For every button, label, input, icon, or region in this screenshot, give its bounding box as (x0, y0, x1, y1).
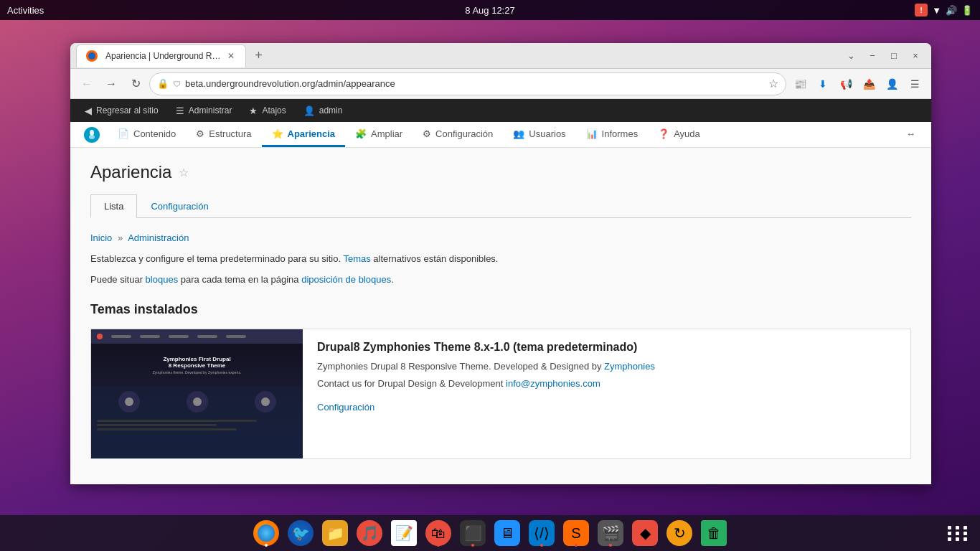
svg-point-1 (88, 52, 95, 60)
theme-config-link[interactable]: Configuración (317, 402, 374, 413)
browser-toolbar: ← → ↻ 🔒 🛡 ☆ 📰 ⬇ 📢 📤 👤 ☰ (70, 69, 931, 99)
share-button[interactable]: 📤 (858, 73, 880, 95)
shotcut-icon: 🎬 (598, 520, 623, 546)
taskbar-shotcut[interactable]: 🎬 (595, 518, 626, 548)
nav-collapse-button[interactable]: ↔ (896, 128, 925, 141)
tab-configuracion[interactable]: Configuración (137, 194, 222, 218)
nav-right-controls: ↔ (896, 122, 925, 147)
taskbar-trash[interactable]: 🗑 (699, 518, 729, 548)
bloques-link[interactable]: bloques (146, 274, 179, 285)
email-link[interactable]: info@zymphonies.com (506, 378, 600, 389)
taskbar-thunderbird[interactable]: 🐦 (286, 518, 316, 548)
show-apps-button[interactable] (946, 520, 971, 546)
taskbar-terminal[interactable]: ⬛ (458, 518, 488, 548)
nav-ayuda[interactable]: ❓ Ayuda (648, 122, 710, 147)
browser-tab-active[interactable]: Apariencia | Underground R… ✕ (76, 44, 246, 67)
address-bar-container[interactable]: 🔒 🛡 ☆ (149, 72, 786, 95)
tab-list-button[interactable]: ⌄ (841, 46, 861, 66)
nav-apariencia[interactable]: ⭐ Apariencia (262, 122, 345, 147)
taskbar-update[interactable]: ↻ (664, 518, 694, 548)
shortcuts-star-icon: ★ (249, 105, 258, 116)
menu-button[interactable]: ☰ (904, 73, 925, 95)
pocket-button[interactable]: 📰 (789, 73, 811, 95)
mock-link-1 (111, 335, 131, 338)
theme-card: Zymphonies First Drupal8 Responsive Them… (90, 329, 911, 459)
zymphonies-link[interactable]: Zymphonies (604, 361, 655, 372)
mock-link-4 (197, 335, 217, 338)
virtualbox-icon: 🖥 (494, 520, 520, 546)
rhythmbox-icon: 🎵 (357, 520, 382, 546)
megaphone-button[interactable]: 📢 (835, 73, 857, 95)
thunderbird-icon: 🐦 (288, 520, 314, 546)
page-title: Apariencia (90, 162, 171, 182)
themes-section-title: Temas instalados (90, 302, 911, 317)
breadcrumb-admin[interactable]: Administración (128, 232, 189, 243)
reload-button[interactable]: ↻ (125, 73, 146, 95)
maximize-button[interactable]: □ (884, 46, 904, 66)
mock-link-3 (169, 335, 189, 338)
back-arrow-icon: ◀ (85, 105, 92, 116)
description-1: Establezca y configure el tema predeterm… (90, 252, 911, 267)
nav-estructura[interactable]: ⚙ Estructura (186, 122, 261, 147)
page-bookmark-icon[interactable]: ☆ (179, 166, 189, 179)
notification-icon[interactable]: ! (915, 4, 928, 17)
nav-contenido[interactable]: 📄 Contenido (108, 122, 186, 147)
temas-link[interactable]: Temas (343, 253, 370, 264)
taskbar-virtualbox[interactable]: 🖥 (492, 518, 522, 548)
minimize-button[interactable]: − (862, 46, 882, 66)
admin-manage[interactable]: ☰ Administrar (167, 99, 241, 122)
nav-informes[interactable]: 📊 Informes (576, 122, 649, 147)
theme-name: Drupal8 Zymphonies Theme 8.x-1.0 (tema p… (317, 341, 899, 354)
breadcrumb-inicio[interactable]: Inicio (90, 232, 112, 243)
nav-usuarios[interactable]: 👥 Usuarios (503, 122, 575, 147)
forward-button[interactable]: → (100, 73, 122, 95)
close-button[interactable]: × (905, 46, 925, 66)
bookmark-star-icon[interactable]: ☆ (768, 77, 778, 90)
address-bar[interactable] (185, 78, 764, 89)
back-button[interactable]: ← (76, 73, 98, 95)
taskbar-sublime[interactable]: S (561, 518, 591, 548)
tab-close-button[interactable]: ✕ (225, 50, 237, 62)
tab-favicon (85, 50, 98, 62)
informes-icon: 📊 (586, 128, 598, 139)
mock-link-2 (140, 335, 160, 338)
mock-card-3 (255, 391, 276, 413)
taskbar-firefox[interactable] (251, 518, 281, 548)
contenido-icon: 📄 (118, 128, 129, 139)
taskbar-git[interactable]: ◆ (630, 518, 660, 548)
admin-shortcuts[interactable]: ★ Atajos (240, 99, 294, 122)
disposicion-link[interactable]: diposición de bloques (301, 274, 391, 285)
tab-title: Apariencia | Underground R… (105, 51, 221, 61)
admin-user[interactable]: 👤 admin (295, 99, 352, 122)
mock-hero-sub: Zymphonies theme. Developed by Zymphonie… (153, 370, 242, 375)
gnome-topbar: Activities 8 Aug 12:27 ! ▼ 🔊 🔋 (0, 0, 980, 20)
drupal-admin-bar: ◀ Regresar al sitio ☰ Administrar ★ Ataj… (70, 99, 931, 122)
download-button[interactable]: ⬇ (812, 73, 834, 95)
sublime-icon: S (563, 520, 589, 546)
taskbar-software[interactable]: 🛍 (423, 518, 453, 548)
files-icon: 📁 (322, 520, 348, 546)
browser-window: Apariencia | Underground R… ✕ + ⌄ − □ × … (70, 43, 931, 484)
shotcut-dot (609, 544, 612, 547)
software-update-dot (437, 544, 440, 547)
terminal-dot (471, 544, 474, 547)
taskbar-files[interactable]: 📁 (320, 518, 350, 548)
nav-ampliar[interactable]: 🧩 Ampliar (345, 122, 413, 147)
apariencia-icon: ⭐ (272, 128, 283, 139)
activities-button[interactable]: Activities (7, 5, 44, 16)
profile-button[interactable]: 👤 (881, 73, 903, 95)
drupal-navigation: 📄 Contenido ⚙ Estructura ⭐ Apariencia 🧩 … (70, 122, 931, 148)
user-icon: 👤 (303, 105, 315, 116)
taskbar-rhythmbox[interactable]: 🎵 (354, 518, 385, 548)
admin-back-to-site[interactable]: ◀ Regresar al sitio (76, 99, 167, 122)
taskbar-writer[interactable]: 📝 (389, 518, 419, 548)
mock-hero-title: Zymphonies First Drupal8 Responsive Them… (163, 356, 230, 369)
nav-configuracion[interactable]: ⚙ Configuración (413, 122, 503, 147)
new-tab-button[interactable]: + (249, 46, 269, 66)
update-icon: ↻ (666, 520, 692, 546)
taskbar-vscode[interactable]: ⟨/⟩ (527, 518, 557, 548)
tab-lista[interactable]: Lista (90, 194, 137, 218)
window-controls: ⌄ − □ × (841, 46, 925, 66)
wifi-icon: ▼ (932, 5, 941, 16)
configuracion-icon: ⚙ (423, 128, 431, 139)
